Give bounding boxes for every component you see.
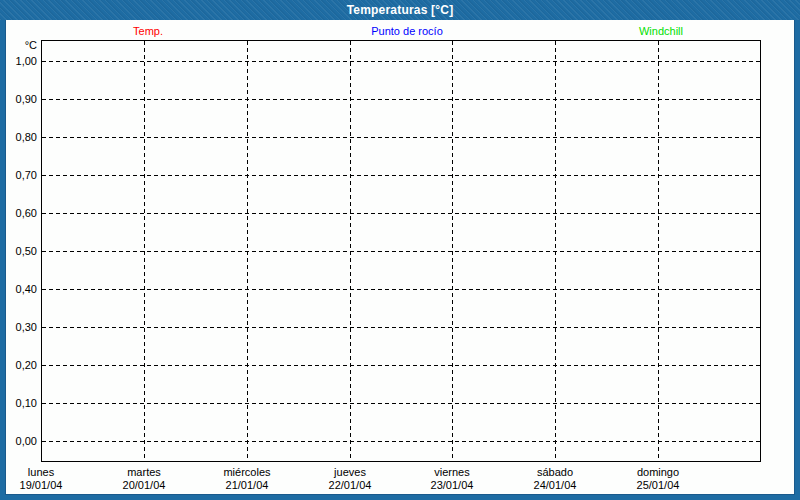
chart-title: Temperaturas [°C] <box>347 3 454 17</box>
y-tick-label: 0,70 <box>6 168 37 182</box>
y-tick-label: 0,30 <box>6 320 37 334</box>
v-gridline <box>247 41 248 461</box>
x-tick-day: lunes <box>0 466 89 479</box>
v-gridline <box>452 41 453 461</box>
y-tick-label: 0,60 <box>6 206 37 220</box>
x-tick-label: martes20/01/04 <box>96 466 192 492</box>
legend-item-windchill: Windchill <box>639 24 683 38</box>
x-tick-label: jueves22/01/04 <box>302 466 398 492</box>
chart-titlebar: Temperaturas [°C] <box>0 0 800 20</box>
chart-window: Temperaturas [°C] Temp.Punto de rocíoWin… <box>0 0 800 500</box>
x-tick-label: miércoles21/01/04 <box>199 466 295 492</box>
x-tick-date: 20/01/04 <box>96 479 192 492</box>
h-gridline <box>42 327 760 328</box>
h-gridline <box>42 441 760 442</box>
h-gridline <box>42 251 760 252</box>
legend-item-punto-de-rocio: Punto de rocío <box>371 24 443 38</box>
x-tick-day: martes <box>96 466 192 479</box>
y-tick-label: 0,00 <box>6 434 37 448</box>
chart-content-area: Temp.Punto de rocíoWindchill °C 1,000,90… <box>5 20 795 495</box>
y-tick-label: 0,90 <box>6 92 37 106</box>
x-tick-date: 23/01/04 <box>404 479 500 492</box>
h-gridline <box>42 61 760 62</box>
y-tick-label: 0,10 <box>6 396 37 410</box>
x-tick-date: 19/01/04 <box>0 479 89 492</box>
y-tick-label: 0,50 <box>6 244 37 258</box>
y-axis-unit-label: °C <box>6 39 37 52</box>
h-gridline <box>42 365 760 366</box>
h-gridline <box>42 99 760 100</box>
x-tick-day: jueves <box>302 466 398 479</box>
x-tick-label: lunes19/01/04 <box>0 466 89 492</box>
v-gridline <box>350 41 351 461</box>
v-gridline <box>555 41 556 461</box>
h-gridline <box>42 213 760 214</box>
x-tick-day: sábado <box>507 466 603 479</box>
x-tick-date: 25/01/04 <box>610 479 706 492</box>
h-gridline <box>42 175 760 176</box>
y-tick-label: 0,20 <box>6 358 37 372</box>
v-gridline <box>658 41 659 461</box>
y-tick-label: 0,40 <box>6 282 37 296</box>
y-tick-label: 0,80 <box>6 130 37 144</box>
x-tick-label: domingo25/01/04 <box>610 466 706 492</box>
legend-item-temp: Temp. <box>133 24 163 38</box>
plot-area <box>41 40 761 462</box>
x-tick-date: 24/01/04 <box>507 479 603 492</box>
v-gridline <box>144 41 145 461</box>
x-tick-day: viernes <box>404 466 500 479</box>
x-tick-day: miércoles <box>199 466 295 479</box>
x-tick-label: viernes23/01/04 <box>404 466 500 492</box>
h-gridline <box>42 403 760 404</box>
x-tick-day: domingo <box>610 466 706 479</box>
h-gridline <box>42 137 760 138</box>
h-gridline <box>42 289 760 290</box>
x-tick-date: 21/01/04 <box>199 479 295 492</box>
x-tick-label: sábado24/01/04 <box>507 466 603 492</box>
x-tick-date: 22/01/04 <box>302 479 398 492</box>
y-tick-label: 1,00 <box>6 54 37 68</box>
